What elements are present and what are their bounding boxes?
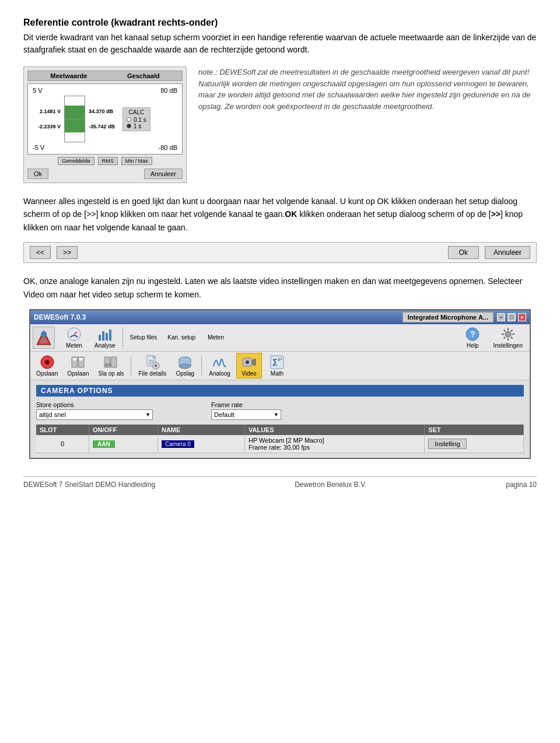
tab-setup-files-label: Setup files <box>130 334 158 341</box>
footer-right: pagina 10 <box>506 481 537 489</box>
store-select[interactable]: altijd snel <box>36 409 153 420</box>
btn-analoog-label: Analoog <box>209 370 230 377</box>
val-bot: -5 V <box>33 144 44 151</box>
svg-point-13 <box>45 360 50 365</box>
frame-rate-group: Frame rate Default ▼ <box>211 401 281 420</box>
meter-annuleer-btn[interactable]: Annuleer <box>144 169 183 179</box>
meten-icon <box>66 327 82 342</box>
btn-file-details[interactable]: File details <box>135 353 170 378</box>
window-controls: − □ × <box>497 313 526 321</box>
svg-text:∑: ∑ <box>272 358 278 366</box>
btn-video-label: Video <box>242 370 256 377</box>
table-header-row: SLOT ON/OFF NAME VALUES SET <box>36 425 524 435</box>
store-options-group: Store options altijd snel ▼ <box>36 401 153 420</box>
th-name: NAME <box>158 425 244 435</box>
th-values: VALUES <box>244 425 424 435</box>
svg-text:?: ? <box>470 330 475 339</box>
tab-setup-files[interactable]: Setup files <box>125 333 162 342</box>
camera-form-row: Store options altijd snel ▼ Frame rate D… <box>36 401 524 420</box>
val-mid1-scaled: 34.370 dB <box>89 108 119 114</box>
btn-sla-op-als[interactable]: AS Sla op als <box>95 353 128 378</box>
maximize-btn[interactable]: □ <box>508 313 516 321</box>
window-titlebar: DEWESoft 7.0.3 Integrated Microphone A..… <box>30 310 530 324</box>
tab-meten-label: Meten <box>66 342 82 349</box>
svg-rect-19 <box>111 357 117 367</box>
navigation-bar: << >> Ok Annuleer <box>23 242 537 263</box>
geschaald-label: Geschaald <box>127 72 160 79</box>
ok-bold: OK <box>285 209 297 219</box>
td-on-off: AAN <box>89 435 158 453</box>
td-set: Instelling <box>425 435 524 453</box>
video-icon <box>242 355 257 370</box>
annuleer-btn[interactable]: Annuleer <box>485 246 530 259</box>
analoog-icon <box>212 355 228 370</box>
btn-opslaan2[interactable]: Opslaan <box>64 353 92 378</box>
svg-text:AS: AS <box>105 362 111 367</box>
ok-btn[interactable]: Ok <box>448 246 479 259</box>
instelling-btn[interactable]: Instelling <box>428 439 466 449</box>
val-scaled-top: 80 dB <box>160 87 177 94</box>
calc-label: CALC <box>129 109 145 115</box>
btn-analoog[interactable]: Analoog <box>205 353 234 378</box>
footer: DEWESoft 7 SnelStart DEMO Handleiding De… <box>23 476 537 489</box>
minimize-btn[interactable]: − <box>497 313 505 321</box>
tab-meten2-label: Meten <box>208 334 224 341</box>
footer-center: Dewetron Benelux B.V. <box>295 481 366 489</box>
svg-marker-33 <box>252 359 256 366</box>
note-text: note.: DEWESoft zal de meetresultaten in… <box>198 66 537 112</box>
th-slot: SLOT <box>36 425 89 435</box>
close-btn[interactable]: × <box>518 313 526 321</box>
btn-math[interactable]: ∑ x² Math <box>264 353 290 378</box>
svg-rect-5 <box>99 335 101 341</box>
svg-rect-7 <box>106 333 108 341</box>
meter-row-bot: -5 V -80 dB <box>30 143 180 152</box>
tab-instellingen-label: Instellingen <box>493 342 523 349</box>
values-line1: HP Webcam [2 MP Macro] <box>249 437 421 444</box>
val-mid2-scaled: -35.742 dB <box>89 124 119 129</box>
svg-text:x²: x² <box>278 356 282 362</box>
tab-help-label: Help <box>467 342 479 349</box>
td-values: HP Webcam [2 MP Macro] Frame rate: 30.00… <box>244 435 424 453</box>
dewesoft-logo <box>33 327 55 349</box>
tab-instellingen[interactable]: Instellingen <box>488 325 527 350</box>
tab-meten[interactable]: Meten <box>60 325 89 350</box>
btn-opslaan1[interactable]: Opslaan <box>33 353 61 378</box>
prev-btn[interactable]: << <box>30 246 51 259</box>
btn-video[interactable]: Video <box>236 353 262 378</box>
tab-kan-setup[interactable]: Kan. setup <box>163 333 200 342</box>
frame-rate-select[interactable]: Default <box>211 409 281 420</box>
analyse-icon <box>97 327 113 342</box>
window-title: DEWESoft 7.0.3 <box>34 313 86 321</box>
minmax-btn[interactable]: Min / Max <box>121 157 152 165</box>
svg-point-26 <box>155 365 157 367</box>
figure-row: Meetwaarde Geschaald 5 V 80 dB 2.1481 V … <box>23 66 537 183</box>
opslaan1-icon <box>40 355 55 370</box>
tab-meten2[interactable]: Meten <box>201 333 230 342</box>
svg-rect-6 <box>102 331 104 341</box>
val-mid2: -2.2339 V <box>33 124 61 129</box>
btn-sla-op-als-label: Sla op als <box>99 370 124 377</box>
gemiddelde-btn[interactable]: Gemiddelde <box>58 157 94 165</box>
intro-text: Dit vierde kwadrant van het kanaal setup… <box>23 31 537 56</box>
meter-buttons: Ok Annuleer <box>27 169 183 179</box>
tab-analyse-label: Analyse <box>94 342 116 349</box>
frame-rate-label: Frame rate <box>211 401 281 408</box>
tab-help[interactable]: ? Help <box>458 325 487 350</box>
meter-row-top: 5 V 80 dB <box>30 86 180 94</box>
next-btn[interactable]: >> <box>57 246 78 259</box>
values-line2: Frame rate: 30.00 fps <box>249 444 421 451</box>
svg-rect-16 <box>73 358 76 360</box>
svg-point-34 <box>246 360 249 364</box>
radio1-label: 0.1 s <box>134 117 146 123</box>
mic-badge: Integrated Microphone A... <box>402 312 494 323</box>
btn-opslag[interactable]: Opslag <box>172 353 198 378</box>
svg-point-11 <box>505 331 511 337</box>
table-row: 0 AAN Camera 0 HP Webcam [2 MP Macro] Fr… <box>36 435 524 453</box>
rms-btn[interactable]: RMS <box>98 157 118 165</box>
th-on-off: ON/OFF <box>89 425 158 435</box>
tab-analyse[interactable]: Analyse <box>90 325 120 350</box>
help-icon: ? <box>465 327 480 342</box>
btn-opslaan1-label: Opslaan <box>36 370 58 377</box>
meter-ok-btn[interactable]: Ok <box>27 169 48 179</box>
svg-point-29 <box>179 364 191 369</box>
